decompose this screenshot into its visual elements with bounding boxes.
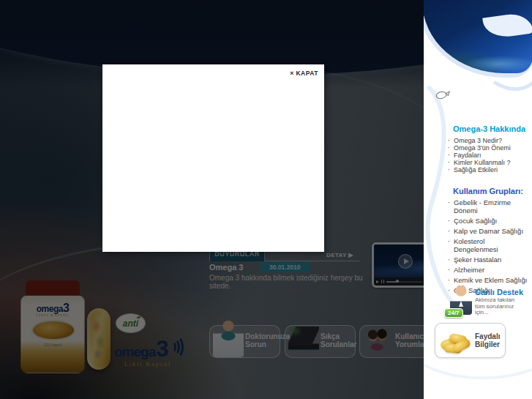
- groups-menu: Gebelik - Emzirme Dönemi Çocuk Sağlığı K…: [448, 198, 530, 297]
- badge-24-7: 24/7: [444, 308, 463, 318]
- sidebar-item-sagliga-etkileri[interactable]: Sağlığa Etkileri: [448, 166, 530, 174]
- close-button[interactable]: × KAPAT: [290, 70, 318, 77]
- sidebar-item-omega3-nedir[interactable]: Omega 3 Nedir?: [448, 137, 530, 144]
- sidebar-item-faydalari[interactable]: Faydaları: [448, 152, 530, 159]
- fish-icon: [435, 89, 451, 102]
- sidebar-item-kimler-kullanmali[interactable]: Kimler Kullanmalı ?: [448, 159, 530, 166]
- sidebar-item-alzheimer[interactable]: Alzheimer: [448, 266, 530, 274]
- sidebar-item-kalp-damar[interactable]: Kalp ve Damar Sağlığı: [448, 227, 530, 235]
- page: DUYURULAR DETAY ▶ Omega 3 30.01.2010 Ome…: [0, 0, 532, 399]
- live-support-text: Aklınıza takılan tüm sorularınız için...: [475, 297, 520, 316]
- sidebar-item-gebelik[interactable]: Gebelik - Emzirme Dönemi: [448, 198, 530, 215]
- popup-modal: × KAPAT: [102, 64, 324, 252]
- sidebar-item-cocuk-sagligi[interactable]: Çocuk Sağlığı: [448, 217, 530, 225]
- sidebar-item-kemik-eklem[interactable]: Kemik ve Eklem Sağlığı: [448, 276, 530, 284]
- gold-capsules-icon: [439, 329, 473, 354]
- sidebar-item-seker[interactable]: Şeker Hastaları: [448, 256, 530, 264]
- groups-section-title: Kullanım Grupları:: [453, 187, 523, 195]
- about-section-title: Omega-3 Hakkında: [453, 124, 525, 133]
- useful-info-label: Bilgiler: [475, 340, 500, 348]
- useful-info-button[interactable]: Faydalı Bilgiler: [435, 323, 506, 358]
- live-support[interactable]: 24/7 Canlı Destek Aklınıza takılan tüm s…: [444, 284, 526, 319]
- useful-info-label: Faydalı: [475, 332, 500, 340]
- live-support-title: Canlı Destek: [475, 288, 523, 297]
- sidebar: Omega-3 Hakkında Omega 3 Nedir? Omega 3'…: [424, 0, 532, 399]
- about-menu: Omega 3 Nedir? Omega 3'ün Önemi Faydalar…: [448, 137, 530, 174]
- sidebar-item-omega3-onemi[interactable]: Omega 3'ün Önemi: [448, 144, 530, 152]
- sidebar-item-kolesterol[interactable]: Kolesterol Dengelenmesi: [448, 237, 530, 253]
